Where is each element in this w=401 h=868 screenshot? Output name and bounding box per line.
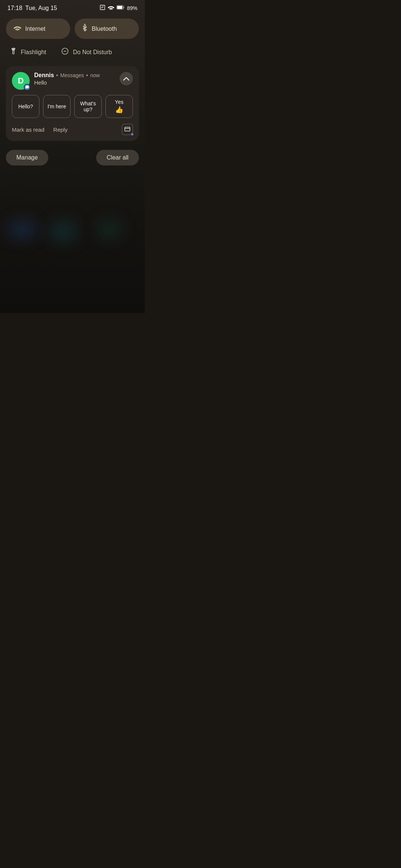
notification-title-row: Dennis • Messages • now <box>34 72 100 79</box>
quick-replies: Hello? I'm here What'sup? Yes 👍 <box>12 95 133 118</box>
status-bar: 17:18 Tue, Aug 15 89% <box>0 0 145 15</box>
small-tiles-row: Flashlight Do Not Disturb <box>0 43 145 63</box>
flashlight-icon <box>10 47 17 57</box>
bluetooth-tile[interactable]: Bluetooth <box>75 19 139 39</box>
battery-percentage: 89% <box>127 5 137 11</box>
notification-text-block: Dennis • Messages • now Hello <box>34 72 100 86</box>
dnd-icon <box>61 47 69 57</box>
flashlight-tile[interactable]: Flashlight <box>10 47 46 57</box>
thumbs-up-emoji: 👍 <box>115 106 123 114</box>
quick-tiles-row: Internet Bluetooth <box>0 15 145 43</box>
notification-action-buttons: Mark as read Reply <box>12 126 68 133</box>
quick-reply-hello[interactable]: Hello? <box>12 95 39 118</box>
quick-reply-im-here[interactable]: I'm here <box>43 95 71 118</box>
notification-sender: Dennis <box>34 72 54 79</box>
flashlight-label: Flashlight <box>21 49 46 56</box>
avatar-badge <box>24 84 30 91</box>
notification-header: D Dennis • Messages • now Hello <box>12 72 133 90</box>
bluetooth-label: Bluetooth <box>92 26 117 32</box>
status-date: Tue, Aug 15 <box>25 5 57 11</box>
manage-button[interactable]: Manage <box>6 150 48 165</box>
clear-all-button[interactable]: Clear all <box>96 150 139 165</box>
notification-actions: Mark as read Reply <box>12 124 133 135</box>
bottom-buttons: Manage Clear all <box>0 144 145 173</box>
wifi-icon <box>13 25 22 33</box>
expand-dot-badge <box>131 133 134 136</box>
svg-rect-1 <box>117 6 123 9</box>
internet-tile[interactable]: Internet <box>6 19 70 39</box>
status-time: 17:18 <box>7 5 22 11</box>
battery-icon <box>117 5 125 11</box>
expand-icon-button[interactable] <box>122 124 133 135</box>
notification-separator2: • <box>86 72 88 78</box>
notification-card: D Dennis • Messages • now Hello <box>6 66 139 141</box>
do-not-disturb-tile[interactable]: Do Not Disturb <box>61 47 112 57</box>
internet-label: Internet <box>25 26 45 32</box>
notification-time: now <box>90 72 100 78</box>
bluetooth-icon <box>82 24 88 34</box>
wifi-signal-icon <box>108 5 114 11</box>
notification-message: Hello <box>34 79 100 86</box>
notification-app: Messages <box>60 72 84 78</box>
notification-separator1: • <box>56 72 58 78</box>
mark-as-read-button[interactable]: Mark as read <box>12 126 45 133</box>
chevron-up-button[interactable] <box>120 72 133 85</box>
reply-button[interactable]: Reply <box>53 126 68 133</box>
dnd-label: Do Not Disturb <box>73 49 112 56</box>
nfc-icon <box>100 4 105 12</box>
svg-rect-4 <box>125 127 130 131</box>
quick-reply-yes[interactable]: Yes 👍 <box>105 95 133 118</box>
quick-reply-whats-up[interactable]: What'sup? <box>74 95 102 118</box>
avatar-container: D <box>12 72 30 90</box>
notification-header-left: D Dennis • Messages • now Hello <box>12 72 100 90</box>
status-icons: 89% <box>100 4 137 12</box>
